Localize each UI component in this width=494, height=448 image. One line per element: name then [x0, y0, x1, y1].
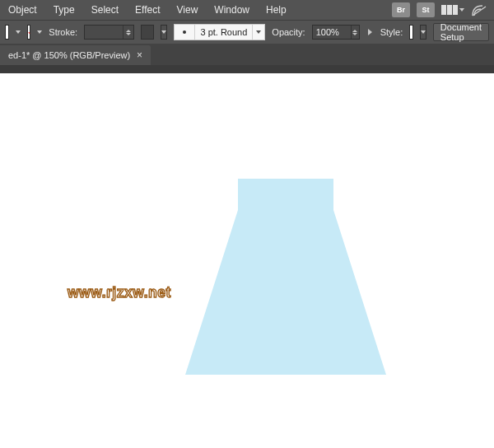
fill-swatch-dropdown-icon[interactable] — [16, 30, 21, 34]
graphic-style-swatch[interactable] — [409, 25, 413, 40]
workspace: www.rjzxw.net — [0, 65, 494, 448]
graphic-style-dropdown[interactable] — [420, 25, 426, 40]
document-tab[interactable]: ed-1* @ 150% (RGB/Preview) × — [0, 45, 151, 65]
menu-help[interactable]: Help — [258, 0, 295, 20]
stroke-swatch-dropdown-icon[interactable] — [37, 30, 42, 34]
menu-effect[interactable]: Effect — [127, 0, 168, 20]
close-icon[interactable]: × — [137, 49, 142, 61]
brush-definition-label: 3 pt. Round — [195, 27, 252, 37]
arrange-documents-button[interactable] — [441, 5, 464, 15]
vector-shape[interactable] — [185, 179, 386, 376]
document-setup-button[interactable]: Document Setup — [433, 23, 489, 41]
gpu-preview-icon[interactable] — [471, 2, 489, 17]
document-tab-title: ed-1* @ 150% (RGB/Preview) — [8, 50, 130, 60]
artboard[interactable]: www.rjzxw.net — [0, 73, 494, 448]
stepper-arrows[interactable] — [351, 26, 359, 39]
menubar-right-tools: Br St — [392, 2, 494, 17]
menu-select[interactable]: Select — [83, 0, 127, 20]
stroke-weight-stepper[interactable] — [84, 25, 134, 40]
stepper-arrows[interactable] — [123, 26, 133, 39]
menu-view[interactable]: View — [169, 0, 207, 20]
chevron-down-icon — [459, 8, 464, 12]
control-bar: Stroke: 3 pt. Round Opacity: Style: Docu… — [0, 20, 494, 44]
variable-width-dropdown[interactable] — [161, 25, 167, 40]
document-tab-bar: ed-1* @ 150% (RGB/Preview) × — [0, 44, 494, 65]
menu-type[interactable]: Type — [45, 0, 83, 20]
watermark-text: www.rjzxw.net — [68, 284, 171, 301]
stroke-weight-input[interactable] — [85, 27, 123, 37]
opacity-label: Opacity: — [272, 27, 305, 37]
fill-swatch[interactable] — [5, 25, 9, 40]
brush-definition-select[interactable]: 3 pt. Round — [174, 24, 265, 40]
bridge-button[interactable]: Br — [392, 2, 410, 17]
opacity-stepper[interactable] — [312, 25, 360, 40]
stock-button[interactable]: St — [417, 2, 435, 17]
brush-preview-icon — [175, 25, 195, 40]
expand-panel-icon[interactable] — [368, 29, 372, 35]
stroke-swatch[interactable] — [27, 25, 31, 40]
variable-width-profile[interactable] — [141, 25, 154, 40]
menubar: Object Type Select Effect View Window He… — [0, 0, 494, 20]
vector-polygon — [185, 179, 386, 375]
menu-object[interactable]: Object — [0, 0, 45, 20]
menu-window[interactable]: Window — [206, 0, 258, 20]
opacity-input[interactable] — [313, 27, 351, 37]
style-label: Style: — [380, 27, 403, 37]
brush-dropdown-icon[interactable] — [252, 25, 264, 40]
stroke-label: Stroke: — [49, 27, 77, 37]
